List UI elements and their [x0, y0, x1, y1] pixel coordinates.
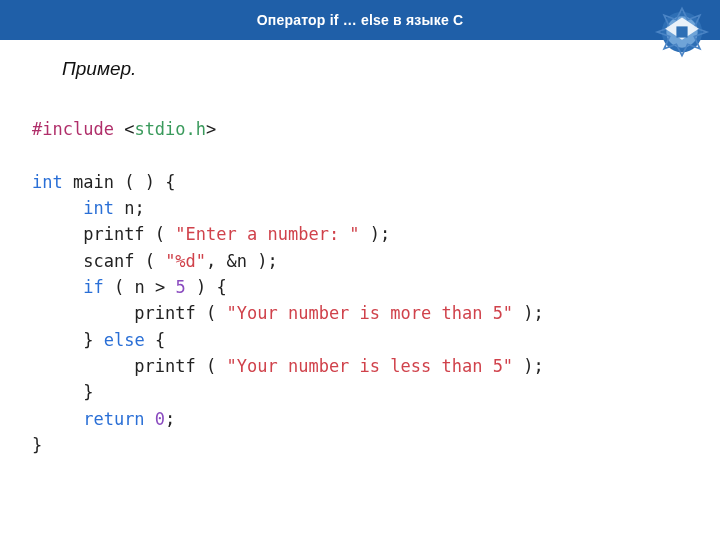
str-less: "Your number is less than 5": [227, 356, 514, 376]
kw-int: int: [83, 198, 114, 218]
angle-close: >: [206, 119, 216, 139]
lit-0: 0: [155, 409, 165, 429]
paren-open: (: [124, 172, 134, 192]
paren-close: ): [523, 303, 533, 323]
header-stdio: stdio.h: [134, 119, 206, 139]
semicolon: ;: [165, 409, 175, 429]
fn-scanf: scanf: [83, 251, 134, 271]
brace-open: {: [216, 277, 226, 297]
kw-return: return: [83, 409, 144, 429]
fn-main: main: [73, 172, 114, 192]
semicolon: ;: [534, 356, 544, 376]
var-n: n: [124, 198, 134, 218]
paren-close: ): [145, 172, 155, 192]
paren-open: (: [155, 224, 165, 244]
fn-printf: printf: [134, 356, 195, 376]
brace-close: }: [83, 382, 93, 402]
comma: ,: [206, 251, 216, 271]
semicolon: ;: [380, 224, 390, 244]
paren-open: (: [206, 356, 216, 376]
semicolon: ;: [134, 198, 144, 218]
preproc-include: #include: [32, 119, 114, 139]
emblem-logo: [654, 4, 710, 60]
str-prompt: "Enter a number: ": [175, 224, 359, 244]
header-bar: Оператор if … else в языке С: [0, 0, 720, 40]
code-block: #include <stdio.h> int main ( ) { int n;…: [32, 116, 720, 458]
header-title: Оператор if … else в языке С: [257, 12, 464, 28]
fn-printf: printf: [134, 303, 195, 323]
semicolon: ;: [268, 251, 278, 271]
angle-open: <: [124, 119, 134, 139]
paren-close: ): [523, 356, 533, 376]
semicolon: ;: [534, 303, 544, 323]
paren-open: (: [114, 277, 124, 297]
paren-open: (: [206, 303, 216, 323]
lit-5: 5: [175, 277, 185, 297]
kw-else: else: [104, 330, 145, 350]
paren-close: ): [257, 251, 267, 271]
str-more: "Your number is more than 5": [227, 303, 514, 323]
fn-printf: printf: [83, 224, 144, 244]
brace-open: {: [165, 172, 175, 192]
paren-close: ): [370, 224, 380, 244]
paren-open: (: [145, 251, 155, 271]
kw-int: int: [32, 172, 63, 192]
paren-close: ): [196, 277, 206, 297]
var-n: n: [134, 277, 144, 297]
amp-n: &n: [227, 251, 247, 271]
brace-close: }: [32, 435, 42, 455]
example-subtitle: Пример.: [62, 58, 720, 80]
svg-rect-2: [676, 26, 687, 37]
op-gt: >: [155, 277, 165, 297]
brace-open: {: [155, 330, 165, 350]
brace-close: }: [83, 330, 93, 350]
kw-if: if: [83, 277, 103, 297]
str-fmt: "%d": [165, 251, 206, 271]
